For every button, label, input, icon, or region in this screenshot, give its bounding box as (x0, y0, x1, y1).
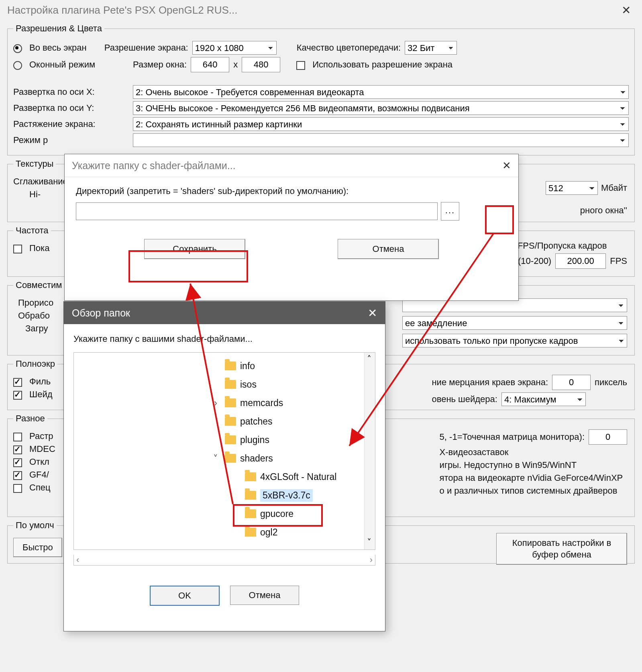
legend-fullscreen-fx: Полноэкр (13, 359, 57, 369)
label-mode: Режим р (13, 135, 133, 145)
tree-item[interactable]: 4xGLSoft - Natural (74, 468, 364, 486)
checkbox-otkl[interactable] (13, 458, 22, 467)
label-otkl: Откл (29, 457, 49, 467)
checkbox-show-fps[interactable] (13, 245, 22, 253)
tree-item[interactable]: plugins (74, 431, 364, 449)
scroll-right-icon[interactable]: › (370, 555, 373, 565)
folder-icon (245, 509, 256, 518)
label-x: x (233, 59, 238, 70)
combo-stretch-y[interactable]: 3: ОЧЕНЬ высокое - Рекомендуется 256 МВ … (133, 101, 629, 115)
tree-item-label: gpucore (260, 509, 293, 519)
button-fast[interactable]: Быстро (13, 538, 62, 557)
button-save[interactable]: Сохранить (144, 239, 245, 259)
tree-item-label: isos (240, 379, 257, 390)
tree-item-label: patches (240, 416, 273, 427)
button-cancel-folder[interactable]: Отмена (230, 586, 299, 605)
label-video: X-видеозаставок (440, 447, 509, 458)
input-win-width[interactable] (191, 57, 229, 72)
tree-item[interactable]: gpucore (74, 505, 364, 523)
combo-aspect[interactable]: 2: Сохранять истинный размер картинки (133, 117, 629, 131)
button-cancel[interactable]: Отмена (338, 239, 439, 259)
label-mdec: MDEC (29, 444, 55, 454)
label-aa: Сглаживание (13, 176, 68, 187)
label-windowed: Оконный режим (29, 59, 95, 70)
combo-colordepth[interactable]: 32 Бит (405, 41, 457, 55)
label-shader-level: овень шейдера: (432, 394, 497, 404)
label-game: игры. Недоступно в Win95/WinNT (440, 460, 577, 470)
tree-item-label: plugins (240, 435, 269, 445)
checkbox-spec[interactable] (13, 484, 22, 493)
tree-item-label: memcards (240, 398, 283, 409)
label-proc: Обрабо (18, 310, 50, 321)
button-browse[interactable]: ... (441, 202, 459, 221)
scrollbar-vertical[interactable]: ˄ ˅ (364, 353, 375, 549)
label-directory: Директорий (запретить = 'shaders' sub-ди… (76, 186, 507, 196)
label-matrix: 5, -1=Точечная матрица монитора): (440, 432, 585, 442)
legend-defaults: По умолч (13, 520, 57, 531)
label-resolution: Разрешение экрана: (104, 43, 188, 53)
combo-resolution[interactable]: 1920 x 1080 (192, 41, 277, 55)
input-win-height[interactable] (242, 57, 280, 72)
window-title: Настройка плагина Pete's PSX OpenGL2 RUS… (7, 4, 237, 16)
label-colordepth: Качество цветопередачи: (297, 43, 401, 53)
scroll-left-icon[interactable]: ‹ (76, 555, 79, 565)
label-black-window: рного окна'' (580, 205, 627, 216)
legend-misc: Разное (13, 413, 47, 424)
folder-browser-subtitle: Укажите папку с вашими shader-файлами... (64, 324, 385, 347)
expand-icon[interactable]: ˅ (210, 453, 221, 464)
combo-compat-3[interactable]: использовать только при пропуске кадров (402, 334, 627, 347)
checkbox-filter[interactable] (13, 378, 22, 387)
combo-shader-level[interactable]: 4: Максимум (501, 392, 586, 406)
radio-windowed[interactable] (13, 61, 22, 70)
checkbox-use-desktop[interactable] (296, 61, 305, 70)
tree-item[interactable]: patches (74, 412, 364, 431)
tree-item[interactable]: 5xBR-v3.7c (74, 486, 364, 505)
legend-framerate: Частота (13, 225, 51, 236)
label-draw: Прорисо (18, 298, 53, 308)
tree-item[interactable]: info (74, 357, 364, 375)
label-spec: Спец (29, 482, 51, 493)
dialog-shader-title: Укажите папку с shader-файлами... (72, 160, 236, 172)
folder-icon (245, 472, 256, 481)
folder-browser-close-icon[interactable]: ✕ (368, 306, 377, 320)
label-show-fps: Пока (29, 243, 49, 253)
combo-mode[interactable] (133, 133, 629, 147)
scroll-up-icon[interactable]: ˄ (367, 354, 371, 365)
tree-item[interactable]: isos (74, 375, 364, 394)
dialog-shader-folder: Укажите папку с shader-файлами... ✕ Дире… (64, 154, 519, 301)
tree-item[interactable]: ˅shaders (74, 449, 364, 468)
label-hi: Hi- (29, 189, 41, 200)
legend-textures: Текстуры (13, 159, 56, 169)
dialog-shader-close-icon[interactable]: ✕ (502, 159, 511, 172)
tree-item[interactable]: ogl2 (74, 523, 364, 541)
dialog-folder-browser: Обзор папок ✕ Укажите папку с вашими sha… (63, 301, 385, 631)
tree-item[interactable]: ›memcards (74, 394, 364, 412)
tree-item-label: 4xGLSoft - Natural (260, 472, 336, 482)
checkbox-gf4[interactable] (13, 471, 22, 480)
combo-compat-2[interactable]: ее замедление (402, 316, 627, 330)
scrollbar-horizontal[interactable]: ‹ › (73, 555, 375, 566)
combo-vram[interactable]: 512 (546, 181, 598, 195)
folder-tree[interactable]: infoisos›memcardspatchesplugins˅shaders4… (74, 353, 364, 549)
tree-item-label: info (240, 361, 255, 372)
folder-icon (225, 398, 236, 407)
checkbox-mdec[interactable] (13, 445, 22, 454)
combo-stretch-x[interactable]: 2: Очень высокое - Требуется современная… (133, 85, 629, 99)
checkbox-rast[interactable] (13, 433, 22, 441)
button-copy-settings[interactable]: Копировать настройки в буфер обмена (496, 533, 627, 565)
group-resolution: Разрешения & Цвета Во весь экран Разреше… (7, 23, 635, 155)
expand-icon[interactable]: › (210, 398, 221, 409)
close-icon[interactable]: ✕ (618, 2, 635, 18)
folder-icon (225, 380, 236, 389)
button-ok[interactable]: OK (150, 586, 220, 606)
checkbox-shader[interactable] (13, 391, 22, 400)
scroll-down-icon[interactable]: ˅ (367, 537, 371, 548)
radio-fullscreen[interactable] (13, 44, 22, 53)
input-flicker[interactable] (552, 375, 591, 390)
folder-icon (225, 417, 236, 426)
input-shader-path[interactable] (76, 202, 438, 220)
input-matrix[interactable] (589, 429, 627, 445)
folder-icon (245, 491, 256, 500)
input-fps-limit[interactable] (555, 253, 606, 269)
tree-item-label: 5xBR-v3.7c (260, 489, 313, 502)
